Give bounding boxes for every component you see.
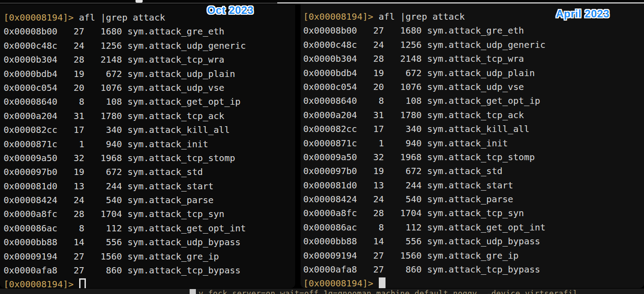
row-name: sym.attack_std [427,166,503,176]
row-size: 556 [85,235,122,249]
row-addr: 0x0000871c [4,137,57,151]
radare2-prompt: [0x00008194]> [4,12,74,23]
row-name: sym.attack_udp_bypass [427,236,540,247]
row-addr: 0x0000c054 [303,80,357,94]
row-addr: 0x000097b0 [4,165,57,179]
row-name: sym.attack_get_opt_int [127,223,246,234]
row-name: sym.attack_gre_ip [427,250,519,261]
row-cnt: 19 [357,164,384,178]
row-name: sym.attack_parse [427,194,513,205]
function-row: 0x000082cc17340sym.attack_kill_all [4,123,295,137]
row-name: sym.attack_kill_all [427,124,530,134]
row-name: sym.attack_udp_generic [427,39,546,50]
row-size: 540 [85,193,122,207]
row-addr: 0x0000a8fc [303,206,357,220]
row-size: 108 [85,95,122,109]
function-row: 0x000086408108sym.attack_get_opt_ip [303,94,644,108]
row-size: 1560 [85,250,122,264]
row-name: sym.attack_gre_ip [127,251,219,262]
row-addr: 0x0000a204 [4,109,57,123]
row-size: 1560 [384,249,422,263]
row-addr: 0x0000c054 [4,81,57,95]
row-cnt: 13 [57,179,84,193]
function-row: 0x0000a204311780sym.attack_tcp_ack [303,108,644,122]
row-addr: 0x0000bb88 [303,234,357,248]
radare2-prompt: [0x00008194]> [4,279,74,288]
row-size: 1704 [384,206,422,220]
row-addr: 0x0000b304 [4,53,57,67]
row-name: sym.attack_udp_bypass [127,237,241,247]
row-cnt: 27 [57,25,84,38]
function-row: 0x000086408108sym.attack_get_opt_ip [4,95,295,109]
row-name: sym.attack_tcp_stomp [427,152,535,162]
row-cnt: 8 [57,222,84,235]
row-size: 1256 [384,38,422,52]
row-addr: 0x0000a8fc [4,207,57,221]
function-row: 0x0000c48c241256sym.attack_udp_generic [303,38,644,52]
row-size: 672 [85,165,122,179]
row-size: 1076 [85,81,122,95]
row-name: sym.attack_init [427,138,508,149]
function-row: 0x000086ac8112sym.attack_get_opt_int [303,221,644,234]
row-addr: 0x00009194 [303,249,357,263]
row-addr: 0x00008640 [303,94,357,108]
row-cnt: 27 [357,24,384,38]
row-addr: 0x0000bb88 [4,235,57,249]
row-name: sym.attack_tcp_syn [127,209,225,219]
row-cnt: 17 [357,122,384,136]
row-addr: 0x000081d0 [4,179,57,193]
row-name: sym.attack_tcp_wra [427,53,524,64]
row-name: sym.attack_start [127,181,214,192]
row-name: sym.attack_udp_plain [127,68,235,79]
row-addr: 0x00008b00 [303,24,357,38]
backdrop-clipped-text-fragment-top [136,0,143,3]
function-row: 0x0000a204311780sym.attack_tcp_ack [4,109,295,123]
row-name: sym.attack_std [127,166,203,177]
function-row: 0x0000842424540sym.attack_parse [303,192,644,206]
row-cnt: 8 [57,95,84,109]
function-row: 0x0000bb8814556sym.attack_udp_bypass [4,235,295,249]
function-row: 0x0000bdb419672sym.attack_udp_plain [303,66,644,80]
row-addr: 0x000097b0 [303,164,357,178]
row-size: 1780 [384,108,422,122]
row-cnt: 28 [357,52,384,66]
row-name: sym.attack_udp_vse [127,82,225,93]
row-size: 1704 [85,207,122,221]
backdrop-cursor-block [190,289,196,294]
row-name: sym.attack_tcp_syn [427,208,524,218]
row-size: 340 [384,122,422,136]
row-size: 1968 [85,151,122,165]
row-size: 540 [384,192,422,206]
row-cnt: 1 [57,137,84,151]
command-text: afl |grep attack [79,12,165,23]
row-cnt: 24 [357,192,384,206]
clipped-command-fragment: y_fock server=on wait=off 1q=qnooman mac… [199,289,578,294]
row-cnt: 13 [357,179,384,192]
row-size: 672 [384,164,422,178]
row-cnt: 14 [57,235,84,249]
row-addr: 0x00009a50 [303,150,357,164]
row-addr: 0x00009a50 [4,151,57,165]
function-row: 0x0000b304282148sym.attack_tcp_wra [4,53,295,67]
function-row: 0x0000842424540sym.attack_parse [4,193,295,207]
row-addr: 0x0000bdb4 [4,67,57,81]
row-addr: 0x000081d0 [303,179,357,192]
radare2-prompt: [0x00008194]> [303,11,373,22]
row-addr: 0x0000b304 [303,52,357,66]
function-row: 0x000081d013244sym.attack_start [303,179,644,192]
terminal-window-oct-2023[interactable]: [0x00008194]>afl |grep attack 0x00008b00… [0,4,295,288]
function-list: 0x00008b00271680sym.attack_gre_eth0x0000… [303,24,644,277]
row-addr: 0x000086ac [303,221,357,234]
function-row: 0x0000afa827860sym.attack_tcp_bypass [4,264,295,277]
function-row: 0x0000a8fc281704sym.attack_tcp_syn [4,207,295,221]
row-size: 108 [384,94,422,108]
annotation-label-oct-2023: Oct 2023 [207,4,254,17]
row-size: 1076 [384,80,422,94]
row-cnt: 27 [57,264,84,277]
row-cnt: 24 [57,39,84,53]
function-row: 0x0000871c1940sym.attack_init [4,137,295,151]
row-size: 244 [85,179,122,193]
terminal-window-april-2023[interactable]: [0x00008194]>afl |grep attack 0x00008b00… [301,4,644,288]
row-addr: 0x000086ac [4,222,57,235]
row-cnt: 19 [57,67,84,81]
